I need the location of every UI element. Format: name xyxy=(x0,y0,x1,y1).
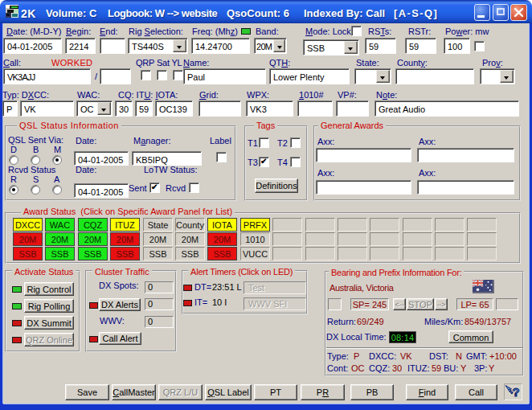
svg-text:?: ? xyxy=(513,385,520,399)
